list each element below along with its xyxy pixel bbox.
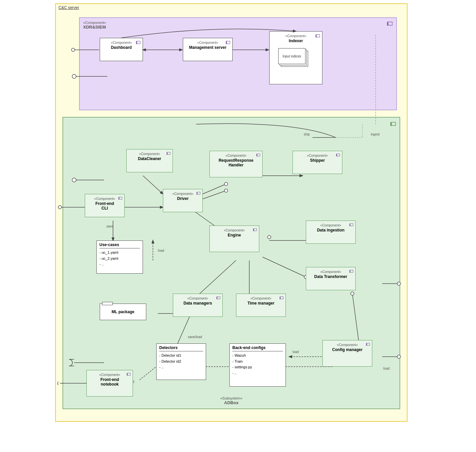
shipper-box: «Component» Shipper <box>293 151 342 174</box>
backend-config-item-3: - settings.py <box>232 364 283 370</box>
svg-line-27 <box>203 191 226 199</box>
backend-config-item-1: - Wazuh <box>232 353 283 359</box>
load-label2: load <box>293 350 299 354</box>
svg-point-42 <box>351 292 354 295</box>
input-indices-label: Input indices <box>283 54 301 58</box>
svg-point-95 <box>72 74 76 78</box>
svg-line-33 <box>196 260 236 297</box>
svg-point-14 <box>71 48 75 51</box>
svg-point-54 <box>268 235 271 239</box>
svg-point-28 <box>224 189 228 192</box>
xdr-siem-box: «Component» XDR&SIEM «Component» Dashboa… <box>79 17 397 110</box>
cc-server-box: C&C server «Component» XDR&SIEM «Compone… <box>55 3 408 422</box>
request-response-box: «Component» RequestResponse Handler <box>209 151 263 177</box>
backend-configs-box: Back-end configs - Wazuh - Train - setti… <box>229 343 286 387</box>
detector-item-3: - .. <box>159 364 203 370</box>
cc-server-label: C&C server <box>59 5 79 10</box>
use-cases-box: Use-cases - uc_1.yaml - uc_2.yaml - .. <box>96 240 143 274</box>
backend-config-item-2: - Train <box>232 359 283 365</box>
dashboard-box: «Component» Dashboard <box>100 38 143 61</box>
indexer-icon <box>315 33 321 39</box>
svg-point-45 <box>397 355 401 358</box>
adbox-box: ship ingest save load save/load load loa… <box>62 117 400 409</box>
time-manager-box: «Component» Time manager <box>236 294 286 317</box>
detectors-box: Detectors - Detector id1 - Detector id2 … <box>156 343 206 380</box>
load-label3: load <box>383 367 390 370</box>
adbox-icon <box>390 120 397 127</box>
data-managers-box: «Component» Data managers <box>173 294 223 317</box>
indexer-box: «Component» Indexer Input indices <box>269 31 322 84</box>
save-load-label: save/load <box>188 335 202 339</box>
data-transformer-box: «Component» Data Transformer <box>306 267 356 290</box>
detector-item-2: - Detector id2 <box>159 359 203 365</box>
detector-item-1: - Detector id1 <box>159 353 203 359</box>
xdr-siem-label: «Component» XDR&SIEM <box>83 21 106 30</box>
frontend-notebook-box: «Component» Front-end notebook <box>86 370 133 397</box>
ingest-label: ingest <box>371 133 380 136</box>
datacleaner-box: «Component» DataCleaner <box>126 149 173 172</box>
use-case-item-3: - .. <box>99 261 140 267</box>
dashboard-icon <box>136 40 141 45</box>
svg-point-19 <box>224 182 228 186</box>
use-case-item-2: - uc_2.yaml <box>99 256 140 262</box>
management-server-box: «Component» Management server <box>183 38 233 61</box>
xdr-arrows <box>80 18 396 110</box>
svg-point-25 <box>58 206 61 209</box>
svg-line-41 <box>352 294 359 343</box>
main-canvas: C&C server «Component» XDR&SIEM «Compone… <box>55 3 421 435</box>
ship-label: ship <box>304 133 310 136</box>
svg-line-18 <box>203 184 226 194</box>
mgmt-server-icon <box>226 40 231 45</box>
use-case-item-1: - uc_1.yaml <box>99 250 140 256</box>
ml-package-box: ML package <box>100 304 146 320</box>
adbox-label: «Subsystem» ADBox <box>63 396 400 405</box>
svg-point-43 <box>397 282 401 285</box>
config-manager-box: «Component» Config manager <box>322 340 372 367</box>
backend-config-item-4: - .. <box>232 370 283 376</box>
load-label1: load <box>158 249 164 252</box>
svg-line-37 <box>176 317 189 347</box>
xdr-component-icon <box>387 20 394 27</box>
save-label: save <box>106 225 113 228</box>
svg-line-31 <box>263 257 306 277</box>
data-ingestion-box: «Component» Data ingestion <box>306 221 356 244</box>
engine-box: «Component» Engine <box>209 226 259 252</box>
frontend-cli-box: «Component» Front-end CLI <box>85 194 125 217</box>
svg-line-17 <box>143 176 163 194</box>
driver-box: «Component» Driver <box>163 189 203 212</box>
